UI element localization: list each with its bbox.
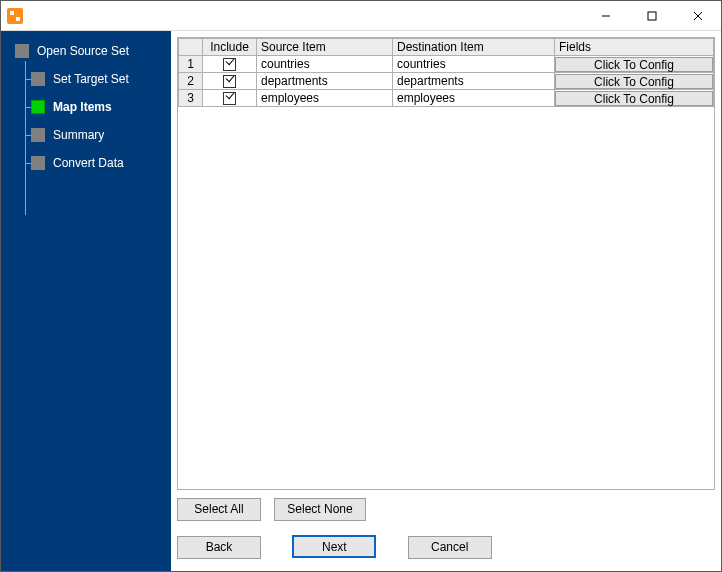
cell-destination-item[interactable]: departments [393,73,555,90]
table-row: 2departmentsdepartmentsClick To Config [179,73,714,90]
step-label: Open Source Set [37,44,129,58]
cell-include [203,90,257,107]
config-fields-button[interactable]: Click To Config [555,57,713,72]
body: Open Source SetSet Target SetMap ItemsSu… [1,31,721,571]
wizard-step[interactable]: Open Source Set [1,37,171,65]
wizard-tree: Open Source SetSet Target SetMap ItemsSu… [1,37,171,177]
row-number: 3 [179,90,203,107]
col-header-dest[interactable]: Destination Item [393,39,555,56]
config-fields-button[interactable]: Click To Config [555,91,713,106]
selection-buttons: Select All Select None [171,494,721,527]
include-checkbox[interactable] [223,75,236,88]
step-label: Set Target Set [53,72,129,86]
titlebar-left [1,8,23,24]
config-fields-button[interactable]: Click To Config [555,74,713,89]
step-marker-icon [31,100,45,114]
svg-rect-1 [648,12,656,20]
row-number: 2 [179,73,203,90]
cell-fields: Click To Config [555,73,714,90]
cell-fields: Click To Config [555,90,714,107]
col-header-source[interactable]: Source Item [257,39,393,56]
wizard-step[interactable]: Summary [1,121,171,149]
items-grid: Include Source Item Destination Item Fie… [178,38,714,107]
step-marker-icon [31,128,45,142]
main-panel: Include Source Item Destination Item Fie… [171,31,721,571]
cell-destination-item[interactable]: employees [393,90,555,107]
maximize-button[interactable] [629,1,675,30]
col-header-include[interactable]: Include [203,39,257,56]
next-button[interactable]: Next [292,535,376,558]
row-number: 1 [179,56,203,73]
titlebar [1,1,721,31]
cell-include [203,73,257,90]
cell-include [203,56,257,73]
items-grid-wrap: Include Source Item Destination Item Fie… [177,37,715,490]
cancel-button[interactable]: Cancel [408,536,492,559]
select-none-button[interactable]: Select None [274,498,365,521]
wizard-sidebar: Open Source SetSet Target SetMap ItemsSu… [1,31,171,571]
wizard-nav: Back Next Cancel [171,527,721,571]
wizard-step[interactable]: Convert Data [1,149,171,177]
cell-fields: Click To Config [555,56,714,73]
include-checkbox[interactable] [223,92,236,105]
close-button[interactable] [675,1,721,30]
step-marker-icon [31,72,45,86]
wizard-step[interactable]: Map Items [1,93,171,121]
app-window: Open Source SetSet Target SetMap ItemsSu… [0,0,722,572]
grid-corner [179,39,203,56]
window-controls [583,1,721,30]
minimize-button[interactable] [583,1,629,30]
cell-source-item[interactable]: employees [257,90,393,107]
cell-source-item[interactable]: departments [257,73,393,90]
wizard-step[interactable]: Set Target Set [1,65,171,93]
app-icon [7,8,23,24]
col-header-fields[interactable]: Fields [555,39,714,56]
select-all-button[interactable]: Select All [177,498,261,521]
table-row: 1countriescountriesClick To Config [179,56,714,73]
table-row: 3employeesemployeesClick To Config [179,90,714,107]
include-checkbox[interactable] [223,58,236,71]
step-marker-icon [31,156,45,170]
cell-source-item[interactable]: countries [257,56,393,73]
cell-destination-item[interactable]: countries [393,56,555,73]
step-label: Summary [53,128,104,142]
step-marker-icon [15,44,29,58]
step-label: Convert Data [53,156,124,170]
back-button[interactable]: Back [177,536,261,559]
step-label: Map Items [53,100,112,114]
